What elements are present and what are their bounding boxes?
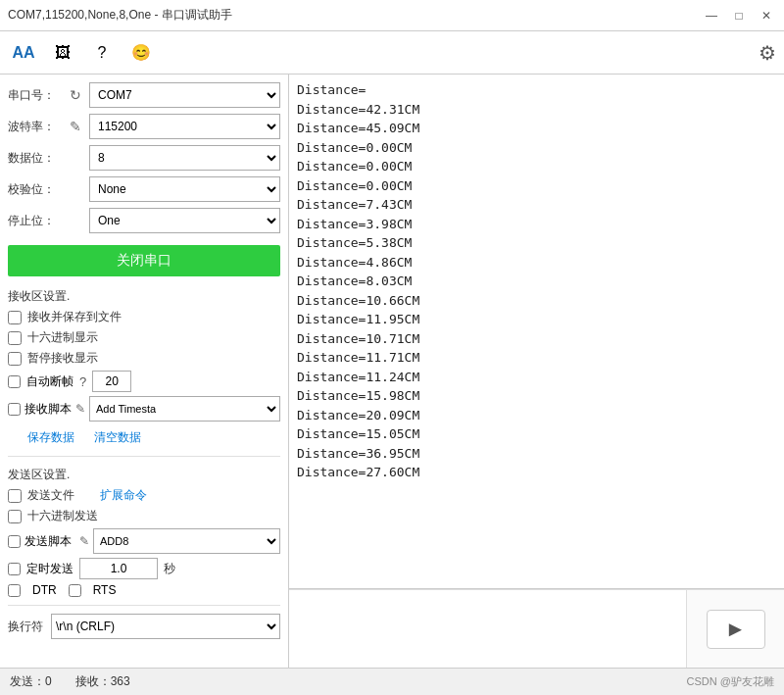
serial-port-label: 串口号： <box>8 87 62 104</box>
hex-send-row: 十六进制发送 <box>8 508 280 524</box>
serial-port-row: 串口号： ↻ COM7 <box>8 82 280 108</box>
clear-data-button[interactable]: 清空数据 <box>94 429 141 446</box>
send-button-area: ► <box>686 590 784 668</box>
refresh-icon[interactable]: ↻ <box>66 87 85 103</box>
send-count: 发送：0 <box>10 673 52 690</box>
left-panel: 串口号： ↻ COM7 波特率： ✎ 115200 数据位： 8 校验位： <box>0 74 289 668</box>
data-buttons: 保存数据 清空数据 <box>27 429 280 446</box>
baud-edit-icon: ✎ <box>66 119 85 134</box>
dtr-label: DTR <box>32 583 57 597</box>
pause-display-checkbox[interactable] <box>8 352 22 366</box>
serial-port-select[interactable]: COM7 <box>89 82 280 108</box>
save-data-button[interactable]: 保存数据 <box>27 429 74 446</box>
parity-select[interactable]: None <box>89 176 280 202</box>
receive-script-select[interactable]: Add Timesta <box>89 396 280 422</box>
send-script-select[interactable]: ADD8 <box>93 528 280 554</box>
auto-frame-input[interactable] <box>92 371 131 392</box>
receive-area[interactable]: Distance=Distance=42.31CMDistance=45.09C… <box>289 74 784 589</box>
divider-1 <box>8 456 280 457</box>
emoji-icon[interactable]: 😊 <box>125 37 157 69</box>
send-script-checkbox[interactable] <box>8 535 21 548</box>
hex-display-row: 十六进制显示 <box>8 329 280 346</box>
divider-2 <box>8 605 280 606</box>
rts-checkbox[interactable] <box>69 584 81 597</box>
title-controls: — □ ✕ <box>702 6 776 25</box>
dtr-rts-row: DTR RTS <box>8 583 280 597</box>
hex-send-checkbox[interactable] <box>8 510 22 523</box>
send-file-checkbox[interactable] <box>8 489 22 503</box>
auto-frame-row: 自动断帧 ? <box>8 371 280 392</box>
save-to-file-label: 接收并保存到文件 <box>27 309 122 325</box>
send-file-row: 发送文件 扩展命令 <box>8 487 280 504</box>
save-to-file-checkbox[interactable] <box>8 311 22 324</box>
status-left: 发送：0 接收：363 <box>10 673 130 690</box>
auto-frame-label: 自动断帧 <box>26 373 74 390</box>
save-to-file-row: 接收并保存到文件 <box>8 309 280 325</box>
baud-rate-select[interactable]: 115200 <box>89 114 280 139</box>
receive-settings-title: 接收区设置. <box>8 288 280 305</box>
send-file-label: 发送文件 <box>27 487 74 504</box>
send-script-row: 发送脚本 ✎ ADD8 <box>8 528 280 554</box>
timer-unit-label: 秒 <box>164 561 175 577</box>
minimize-button[interactable]: — <box>702 6 721 25</box>
hex-display-label: 十六进制显示 <box>27 329 98 346</box>
status-bar: 发送：0 接收：363 CSDN @驴友花雕 <box>0 668 784 695</box>
hex-send-label: 十六进制发送 <box>27 508 98 524</box>
send-script-label: 发送脚本 <box>24 533 72 550</box>
toolbar: AA 🖼 ? 😊 ⚙ <box>0 31 784 74</box>
pause-display-label: 暂停接收显示 <box>27 350 98 367</box>
help-icon[interactable]: ? <box>86 37 118 69</box>
timer-send-label: 定时发送 <box>26 561 74 577</box>
close-serial-button[interactable]: 关闭串口 <box>8 245 280 276</box>
data-bits-row: 数据位： 8 <box>8 145 280 171</box>
send-script-edit-icon: ✎ <box>79 534 89 548</box>
newline-select[interactable]: \r\n (CRLF) \n (LF) \r (CR) None <box>51 614 280 639</box>
rts-label: RTS <box>93 583 117 597</box>
send-button[interactable]: ► <box>707 610 765 649</box>
receive-script-checkbox[interactable] <box>8 403 21 416</box>
auto-frame-help-icon[interactable]: ? <box>79 374 86 389</box>
stop-bits-select[interactable]: One <box>89 208 280 233</box>
title-text: COM7,115200,None,8,One - 串口调试助手 <box>8 7 232 24</box>
send-area-container: ► <box>289 589 784 668</box>
maximize-button[interactable]: □ <box>729 6 749 25</box>
receive-script-row: 接收脚本 ✎ Add Timesta <box>8 396 280 422</box>
toolbar-left: AA 🖼 ? 😊 <box>8 37 157 69</box>
baud-rate-label: 波特率： <box>8 119 62 135</box>
receive-script-edit-icon: ✎ <box>75 402 85 416</box>
image-icon[interactable]: 🖼 <box>47 37 78 69</box>
pause-display-row: 暂停接收显示 <box>8 350 280 367</box>
font-icon[interactable]: AA <box>8 37 39 69</box>
data-bits-select[interactable]: 8 <box>89 145 280 171</box>
expand-cmd-button[interactable]: 扩展命令 <box>100 487 147 504</box>
timer-send-checkbox[interactable] <box>8 563 21 575</box>
stop-bits-row: 停止位： One <box>8 208 280 233</box>
parity-label: 校验位： <box>8 181 62 198</box>
timer-send-row: 定时发送 秒 <box>8 558 280 579</box>
main-content: 串口号： ↻ COM7 波特率： ✎ 115200 数据位： 8 校验位： <box>0 74 784 668</box>
data-bits-label: 数据位： <box>8 150 62 167</box>
auto-frame-checkbox[interactable] <box>8 375 21 388</box>
parity-row: 校验位： None <box>8 176 280 202</box>
send-arrow-icon: ► <box>725 617 747 642</box>
receive-script-label: 接收脚本 <box>24 401 72 418</box>
receive-count: 接收：363 <box>75 673 130 690</box>
baud-rate-row: 波特率： ✎ 115200 <box>8 114 280 139</box>
send-textarea[interactable] <box>289 590 686 668</box>
newline-label: 换行符 <box>8 619 47 635</box>
send-settings-title: 发送区设置. <box>8 467 280 483</box>
dtr-checkbox[interactable] <box>8 584 21 597</box>
close-button[interactable]: ✕ <box>757 6 776 25</box>
hex-display-checkbox[interactable] <box>8 331 22 345</box>
newline-row: 换行符 \r\n (CRLF) \n (LF) \r (CR) None <box>8 614 280 639</box>
title-bar: COM7,115200,None,8,One - 串口调试助手 — □ ✕ <box>0 0 784 31</box>
right-panel: Distance=Distance=42.31CMDistance=45.09C… <box>289 74 784 668</box>
watermark: CSDN @驴友花雕 <box>687 674 774 689</box>
settings-icon[interactable]: ⚙ <box>759 41 776 65</box>
stop-bits-label: 停止位： <box>8 213 62 229</box>
timer-input[interactable] <box>79 558 158 579</box>
